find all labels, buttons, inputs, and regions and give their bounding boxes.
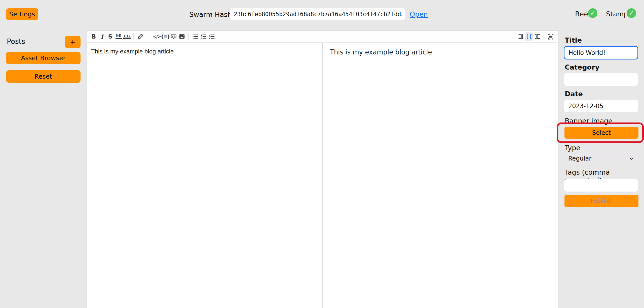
italic-glyph: I <box>101 33 103 40</box>
open-link[interactable]: Open <box>410 10 428 18</box>
date-input[interactable] <box>564 100 638 112</box>
code-block-icon[interactable]: {≡} <box>161 32 169 41</box>
banner-select-button[interactable]: Select <box>564 127 638 139</box>
title-label: Title <box>565 36 582 44</box>
editor-body: This is my example blog article This is … <box>87 43 558 308</box>
link-icon[interactable] <box>136 32 144 41</box>
blockquote-icon[interactable]: ” <box>144 32 153 41</box>
tags-input[interactable] <box>564 179 638 192</box>
toolbar-right-group <box>517 32 555 41</box>
markdown-editor: B I S HR TITL ” </> {≡} <> 123 <box>86 30 558 308</box>
app-root: Settings Swarm Hash Open Bee ✓ Stamp ✓ P… <box>0 0 644 308</box>
category-input[interactable] <box>564 73 638 86</box>
stamp-check-icon: ✓ <box>627 8 636 18</box>
preview-only-view-icon[interactable] <box>533 32 542 41</box>
reset-button[interactable]: Reset <box>6 70 81 83</box>
bold-glyph: B <box>92 33 96 40</box>
toolbar-divider <box>544 33 544 40</box>
bee-status-label: Bee <box>575 10 588 18</box>
inline-code-icon[interactable]: </> <box>153 32 161 41</box>
asset-browser-button[interactable]: Asset Browser <box>6 52 81 64</box>
preview-text: This is my example blog article <box>330 48 432 56</box>
date-label: Date <box>565 90 583 98</box>
code-glyph: </> <box>153 34 161 39</box>
posts-heading: Posts <box>7 37 25 46</box>
editor-only-view-icon[interactable] <box>517 32 525 41</box>
bullet-list-icon[interactable] <box>191 32 199 41</box>
scroll-sync-icon[interactable] <box>547 32 555 41</box>
stamp-status-label: Stamp <box>606 10 628 18</box>
svg-text:<>: <> <box>171 35 175 38</box>
bee-check-icon: ✓ <box>588 8 597 18</box>
markdown-pane[interactable]: This is my example blog article <box>87 43 322 308</box>
toolbar-divider <box>188 33 189 40</box>
custom-block-icon[interactable]: <> <box>169 32 178 41</box>
strike-glyph: S <box>108 33 112 40</box>
swarm-hash-input[interactable] <box>230 8 405 20</box>
editor-toolbar: B I S HR TITL ” </> {≡} <> 123 <box>87 31 558 43</box>
markdown-text: This is my example blog article <box>91 48 174 55</box>
preview-pane: This is my example blog article <box>323 43 558 308</box>
ordered-list-icon[interactable]: 123 <box>199 32 208 41</box>
split-view-icon[interactable] <box>525 32 533 41</box>
check-glyph: ✓ <box>629 10 634 17</box>
svg-text:3: 3 <box>201 37 202 39</box>
type-label: Type <box>565 144 580 152</box>
italic-icon[interactable]: I <box>98 32 106 41</box>
category-label: Category <box>565 63 599 71</box>
banner-image-label: Banner image <box>565 117 613 125</box>
settings-button[interactable]: Settings <box>6 8 38 20</box>
horizontal-rule-icon[interactable]: HR <box>115 32 123 41</box>
strikethrough-icon[interactable]: S <box>106 32 115 41</box>
type-select[interactable]: Regular <box>564 152 638 165</box>
quote-glyph: ” <box>145 34 152 39</box>
title-input[interactable] <box>564 46 638 59</box>
check-glyph: ✓ <box>590 10 595 17</box>
publish-button[interactable]: Publish <box>564 195 638 207</box>
toolbar-divider <box>133 33 134 40</box>
heading-glyph: TITL <box>123 34 130 39</box>
swarm-hash-label: Swarm Hash <box>189 11 232 18</box>
image-icon[interactable] <box>178 32 186 41</box>
codeblock-glyph: {≡} <box>161 34 170 39</box>
task-list-icon[interactable] <box>208 32 216 41</box>
bold-icon[interactable]: B <box>90 32 98 41</box>
heading-icon[interactable]: TITL <box>123 32 131 41</box>
add-post-button[interactable]: + <box>65 36 81 48</box>
type-select-wrapper: Regular <box>564 152 638 165</box>
hr-glyph: HR <box>116 34 122 39</box>
